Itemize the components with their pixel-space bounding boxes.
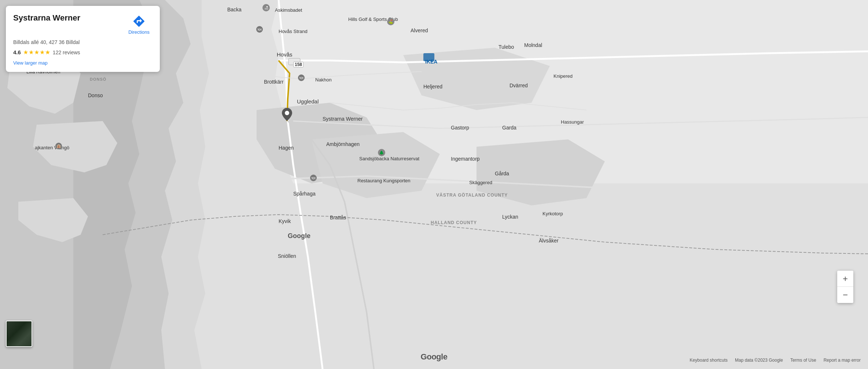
svg-text:⛳: ⛳	[388, 19, 393, 24]
terms-of-use-link[interactable]: Terms of Use	[790, 358, 816, 363]
svg-text:🏨: 🏨	[56, 144, 61, 149]
place-name: Systrarna Werner	[13, 13, 119, 23]
svg-point-3	[285, 111, 289, 115]
svg-text:🍽: 🍽	[258, 28, 261, 32]
directions-icon	[132, 15, 146, 28]
satellite-thumb-inner	[7, 321, 32, 346]
golf-poi-icon[interactable]: ⛳	[387, 18, 395, 27]
beach-poi-askimsbadet[interactable]: 🏖	[262, 4, 270, 13]
place-address: Billdals allé 40, 427 36 Billdal	[13, 39, 152, 45]
map-data-credit: Map data ©2023 Google	[735, 358, 783, 363]
restaurant-poi-icon-hovas[interactable]: 🍽	[256, 26, 263, 34]
svg-rect-2	[288, 58, 300, 65]
bottom-bar: Keyboard shortcuts Map data ©2023 Google…	[0, 351, 868, 369]
rating-row: 4.6 ★★★★★★ 122 reviews	[13, 49, 152, 56]
keyboard-shortcuts-link[interactable]: Keyboard shortcuts	[690, 358, 728, 363]
directions-button[interactable]: Directions	[125, 13, 152, 36]
nature-poi-sandsjobocka[interactable]: 🌲	[378, 149, 386, 158]
svg-rect-1	[423, 53, 434, 61]
rating-stars: ★★★★★★	[23, 49, 51, 56]
zoom-in-button[interactable]: +	[837, 271, 853, 287]
svg-text:🍽: 🍽	[312, 176, 315, 180]
zoom-out-button[interactable]: −	[837, 287, 853, 303]
report-map-error-link[interactable]: Report a map error	[824, 358, 861, 363]
svg-text:🏖: 🏖	[264, 6, 268, 10]
reviews-count: 122 reviews	[53, 50, 80, 55]
view-larger-map-link[interactable]: View larger map	[13, 60, 48, 66]
hotel-poi-vrango[interactable]: 🏨	[55, 142, 62, 151]
directions-label: Directions	[128, 29, 150, 35]
svg-text:🍽: 🍽	[299, 76, 303, 80]
rating-number: 4.6	[13, 49, 21, 55]
zoom-controls: + −	[837, 271, 853, 303]
info-card: Systrarna Werner Directions Billdals all…	[6, 6, 160, 72]
svg-text:🌲: 🌲	[379, 150, 384, 155]
location-pin[interactable]	[282, 108, 292, 121]
restaurant-poi-nakhon[interactable]: 🍽	[298, 74, 305, 83]
map-container: BackaAskimsbadetHills Golf & Sports Club…	[0, 0, 868, 369]
satellite-thumbnail[interactable]	[6, 321, 32, 347]
restaurant-poi-kungsporten[interactable]: 🍽	[310, 174, 317, 183]
